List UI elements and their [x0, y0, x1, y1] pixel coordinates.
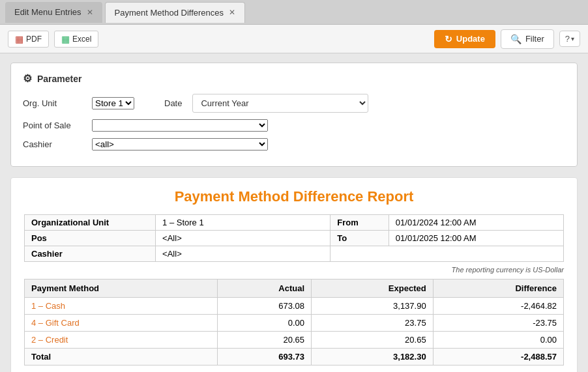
- excel-label: Excel: [72, 35, 91, 44]
- total-difference: -2,488.57: [433, 349, 563, 365]
- table-cell-method[interactable]: 1 – Cash: [25, 298, 218, 315]
- total-expected: 3,182.30: [312, 349, 434, 365]
- org-unit-select[interactable]: Store 1: [92, 97, 134, 109]
- meta-row-org-from: Organizational Unit 1 – Store 1 From 01/…: [25, 215, 564, 231]
- meta-row-cashier: Cashier <All>: [25, 246, 564, 262]
- meta-to-label: To: [331, 231, 389, 246]
- org-unit-label: Org. Unit: [23, 98, 81, 108]
- currency-note: The reporting currency is US-Dollar: [24, 266, 564, 274]
- report-area: Payment Method Difference Report Organiz…: [10, 177, 578, 372]
- tab-payment-diff[interactable]: Payment Method Differences ✕: [105, 2, 245, 23]
- table-row: 4 – Gift Card0.0023.75-23.75: [25, 315, 564, 332]
- update-button[interactable]: ↻ Update: [434, 30, 495, 48]
- meta-from-label: From: [331, 215, 389, 231]
- meta-cashier-label: Cashier: [25, 246, 156, 262]
- param-row-org-date: Org. Unit Store 1 Date Current Year Last…: [23, 94, 565, 113]
- cashier-select[interactable]: <all>: [92, 138, 268, 150]
- tab-edit-menu-label: Edit Menu Entries: [14, 7, 81, 17]
- tab-edit-menu[interactable]: Edit Menu Entries ✕: [5, 2, 102, 23]
- pos-select[interactable]: [92, 119, 268, 132]
- param-row-cashier: Cashier <all>: [23, 138, 565, 150]
- total-actual: 693.73: [218, 349, 312, 365]
- meta-from-value: 01/01/2024 12:00 AM: [389, 215, 563, 231]
- pdf-button[interactable]: ▦ PDF: [8, 31, 49, 48]
- toolbar-left: ▦ PDF ▦ Excel: [8, 31, 98, 48]
- table-cell-difference: -23.75: [433, 315, 563, 332]
- table-header-row: Payment Method Actual Expected Differenc…: [25, 279, 564, 298]
- update-label: Update: [456, 34, 485, 44]
- help-button[interactable]: ? ▾: [559, 31, 580, 47]
- tab-payment-diff-close[interactable]: ✕: [229, 8, 235, 16]
- excel-button[interactable]: ▦ Excel: [54, 31, 98, 48]
- parameter-title-label: Parameter: [37, 74, 82, 84]
- pdf-label: PDF: [26, 35, 42, 44]
- parameter-panel: ⚙ Parameter Org. Unit Store 1 Date Curre…: [10, 63, 578, 167]
- filter-icon: 🔍: [510, 34, 522, 44]
- table-cell-expected: 23.75: [312, 315, 434, 332]
- toolbar: ▦ PDF ▦ Excel ↻ Update 🔍 Filter ? ▾: [0, 25, 588, 53]
- toolbar-right: ↻ Update 🔍 Filter ? ▾: [434, 29, 580, 49]
- table-cell-expected: 3,137.90: [312, 298, 434, 315]
- date-label: Date: [164, 98, 182, 108]
- col-header-actual: Actual: [218, 279, 312, 298]
- total-label: Total: [25, 349, 218, 365]
- meta-org-label: Organizational Unit: [25, 215, 156, 231]
- meta-row-pos-to: Pos <All> To 01/01/2025 12:00 AM: [25, 231, 564, 246]
- table-cell-difference: -2,464.82: [433, 298, 563, 315]
- help-label: ?: [565, 34, 570, 44]
- refresh-icon: ↻: [445, 34, 452, 44]
- table-cell-actual: 0.00: [218, 315, 312, 332]
- table-cell-actual: 673.08: [218, 298, 312, 315]
- meta-cashier-value: <All>: [156, 246, 331, 262]
- excel-icon: ▦: [61, 34, 70, 44]
- table-cell-actual: 20.65: [218, 332, 312, 349]
- tab-payment-diff-label: Payment Method Differences: [115, 8, 224, 18]
- pos-label: Point of Sale: [23, 121, 81, 130]
- table-total-row: Total693.733,182.30-2,488.57: [25, 349, 564, 365]
- sliders-icon: ⚙: [23, 72, 32, 85]
- filter-button[interactable]: 🔍 Filter: [501, 29, 554, 49]
- col-header-expected: Expected: [312, 279, 434, 298]
- report-data-table: Payment Method Actual Expected Differenc…: [24, 279, 564, 365]
- meta-pos-label: Pos: [25, 231, 156, 246]
- meta-org-value: 1 – Store 1: [156, 215, 331, 231]
- cashier-label: Cashier: [23, 139, 81, 149]
- report-title: Payment Method Difference Report: [24, 188, 564, 205]
- table-cell-method[interactable]: 2 – Credit: [25, 332, 218, 349]
- tab-bar: Edit Menu Entries ✕ Payment Method Diffe…: [0, 0, 588, 25]
- date-select[interactable]: Current Year Last Year This Month Custom: [192, 94, 368, 113]
- chevron-down-icon: ▾: [571, 35, 574, 42]
- table-cell-difference: 0.00: [433, 332, 563, 349]
- table-cell-method[interactable]: 4 – Gift Card: [25, 315, 218, 332]
- param-row-pos: Point of Sale: [23, 119, 565, 132]
- table-row: 1 – Cash673.083,137.90-2,464.82: [25, 298, 564, 315]
- col-header-difference: Difference: [433, 279, 563, 298]
- pdf-icon: ▦: [15, 34, 23, 44]
- tab-edit-menu-close[interactable]: ✕: [87, 8, 93, 16]
- table-row: 2 – Credit20.6520.650.00: [25, 332, 564, 349]
- parameter-title: ⚙ Parameter: [23, 72, 565, 85]
- filter-label: Filter: [525, 34, 544, 44]
- table-cell-expected: 20.65: [312, 332, 434, 349]
- col-header-method: Payment Method: [25, 279, 218, 298]
- report-meta-table: Organizational Unit 1 – Store 1 From 01/…: [24, 214, 564, 262]
- content: ⚙ Parameter Org. Unit Store 1 Date Curre…: [0, 53, 588, 372]
- meta-pos-value: <All>: [156, 231, 331, 246]
- meta-to-value: 01/01/2025 12:00 AM: [389, 231, 563, 246]
